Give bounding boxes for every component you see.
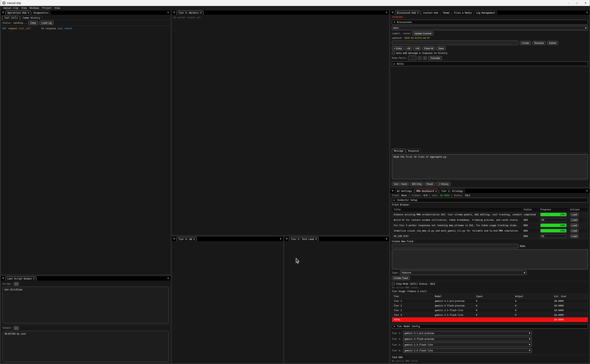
load-button[interactable]: Load (570, 234, 578, 238)
create-track-button[interactable]: Create Track (392, 276, 410, 280)
panel-close-icon[interactable]: X (168, 277, 169, 280)
track-type-select[interactable]: feature ▼ (400, 271, 527, 275)
tab-close-icon[interactable]: X (33, 277, 34, 280)
tab-last-script-output[interactable]: Last Script OutputX (5, 276, 37, 280)
tier-model-select[interactable]: gemini-2.5-flash-lite▼ (403, 343, 532, 347)
menu-item-view[interactable]: View (53, 7, 61, 9)
tab-tier-2-tech-lead[interactable]: Tier 2: Tech LeadX (289, 237, 319, 241)
discussion-select[interactable]: main ▼ (392, 26, 588, 30)
track-row[interactable]: Stabilize visual_sim_mma_v2.py and mock_… (392, 228, 588, 234)
tier-model-select[interactable]: gemini-3.1-pro-preview▼ (403, 331, 532, 336)
panel-close-icon[interactable]: X (168, 11, 169, 14)
md-only-button[interactable]: MD Only (410, 182, 424, 186)
menu-item-manual-slop[interactable]: manual slop (2, 7, 20, 9)
keep-pairs-minus-button[interactable]: - (418, 56, 421, 60)
panel-close-icon[interactable]: X (280, 238, 281, 240)
tab-close-icon[interactable]: X (200, 12, 201, 14)
tab-tier-1-strategy[interactable]: Tier 1: Strategy (439, 189, 465, 193)
all-button[interactable]: -All (405, 46, 412, 50)
panel-close-icon[interactable]: X (386, 238, 387, 240)
tab-operations-hub[interactable]: Operations HubX (5, 11, 31, 15)
script-text-box[interactable]: Get-ChildItem (3, 287, 169, 323)
subtab-comms-history[interactable]: Comms History (20, 16, 42, 20)
keep-pairs-input[interactable] (408, 56, 416, 60)
output-text-box[interactable]: REJECTED by user (3, 331, 169, 362)
tab-log-management[interactable]: Log Management (474, 11, 497, 15)
tab-close-icon[interactable]: X (417, 12, 419, 14)
track-name-input[interactable] (392, 244, 518, 248)
track-description-textarea[interactable] (392, 249, 588, 269)
tab-diagnostics[interactable]: Diagnostics (32, 11, 51, 15)
step-mode-checkbox[interactable] (392, 282, 395, 285)
roles-section-header[interactable]: ▶ Roles (392, 61, 588, 66)
load-log-button[interactable]: Load Log (40, 21, 54, 25)
tab-files-media[interactable]: Files & Media (452, 11, 474, 15)
tab-close-icon[interactable]: X (28, 12, 29, 14)
column-header-actions: Actions (568, 207, 588, 212)
tab-mma-dashboard[interactable]: MMA DashboardX (414, 189, 439, 193)
track-row[interactable]: Enhance existing MMA orchestration GUI: … (392, 212, 588, 217)
panel-menu-icon[interactable]: ▼ (392, 190, 394, 192)
create-button[interactable]: Create (520, 41, 531, 45)
tab-ai-settings[interactable]: AI Settings (395, 189, 414, 193)
load-button[interactable]: Load (570, 224, 578, 227)
load-button[interactable]: Load (570, 213, 578, 216)
panel-menu-icon[interactable]: ▼ (392, 12, 394, 14)
close-icon[interactable]: ✕ (581, 0, 590, 6)
tier-model-select[interactable]: gemini-2.5-flash-lite▼ (403, 348, 532, 353)
history-button[interactable]: -> History (436, 182, 450, 186)
track-row[interactable]: Build UI for context window utilization,… (392, 217, 588, 223)
panel-close-icon[interactable]: X (386, 11, 387, 14)
delete-button[interactable]: Delete (547, 41, 558, 45)
subtab-tool-calls[interactable]: Tool Calls (2, 16, 20, 20)
update-commit-button[interactable]: Update Commit (412, 32, 433, 35)
save-button[interactable]: Save (436, 46, 446, 50)
keep-pairs-plus-button[interactable]: + (423, 56, 427, 60)
conductor-setup-header[interactable]: ▶ Conductor Setup (392, 198, 588, 202)
menu-item-view[interactable]: View (20, 7, 28, 9)
tab-context-hub[interactable]: Context Hub (421, 11, 440, 15)
subtab-message[interactable]: Message (392, 149, 406, 153)
tab-close-icon[interactable]: X (435, 190, 437, 192)
entry-button[interactable]: + Entry (392, 46, 404, 50)
maximize-icon[interactable]: □ (573, 0, 581, 6)
tool-call-log-row[interactable]: OUTrequesttool_call INresponsetool_resul… (1, 26, 171, 31)
script-expand-button[interactable]: [+] (13, 282, 19, 286)
discussion-name-input[interactable] (392, 41, 518, 45)
panel-close-icon[interactable]: X (586, 11, 588, 14)
track-row[interactable]: Fix Tier 3 worker responses not reaching… (392, 223, 588, 228)
tier-name: Tier 1 (392, 300, 433, 302)
autoadd-checkbox[interactable] (392, 52, 395, 54)
menu-item-windows[interactable]: Windows (28, 7, 41, 9)
tier-model-select[interactable]: gemini-3-flash-preview▼ (403, 337, 532, 341)
reset-button[interactable]: Reset (425, 182, 435, 186)
panel-menu-icon[interactable]: ▼ (173, 238, 175, 240)
tab-close-icon[interactable]: X (194, 238, 195, 240)
subtab-response[interactable]: Response (406, 149, 421, 153)
track-row[interactable]: UX_SIM_TESTNEW0%Load (392, 234, 588, 239)
panel-menu-icon[interactable]: ▼ (286, 238, 288, 240)
load-button[interactable]: Load (570, 229, 578, 233)
tab-discussion-hub[interactable]: Discussion HubX (395, 11, 421, 15)
output-expand-button[interactable]: [+] (13, 326, 19, 330)
load-button[interactable]: Load (570, 218, 578, 222)
all-button[interactable]: +All (413, 46, 421, 50)
panel-close-icon[interactable]: X (586, 189, 588, 192)
menu-item-project[interactable]: Project (41, 7, 53, 9)
message-textarea[interactable]: Read the first 10 lines of aggregate.py. (392, 154, 588, 179)
tab-close-icon[interactable]: X (315, 238, 317, 240)
clear-button[interactable]: Clear (28, 21, 38, 25)
panel-menu-icon[interactable]: ▼ (2, 12, 4, 14)
truncate-button[interactable]: Truncate (429, 56, 442, 60)
discussions-section-header[interactable]: ▼ Discussions (392, 20, 588, 24)
minimize-icon[interactable]: – (564, 0, 573, 6)
gen-send-button[interactable]: Gen + Send (392, 182, 409, 186)
panel-menu-icon[interactable]: ▼ (2, 278, 4, 280)
clear-all-button[interactable]: Clear All (422, 46, 435, 50)
tab-theme[interactable]: Theme (441, 11, 451, 15)
tab-tier-4-qa[interactable]: Tier 4: QAX (176, 237, 197, 241)
panel-menu-icon[interactable]: ▼ (173, 12, 175, 14)
tier-model-config-header[interactable]: ▼ Tier Model Config (392, 324, 588, 329)
tab-tier-3-workers[interactable]: Tier 3: WorkersX (176, 11, 203, 15)
rename-button[interactable]: Rename (533, 41, 546, 45)
